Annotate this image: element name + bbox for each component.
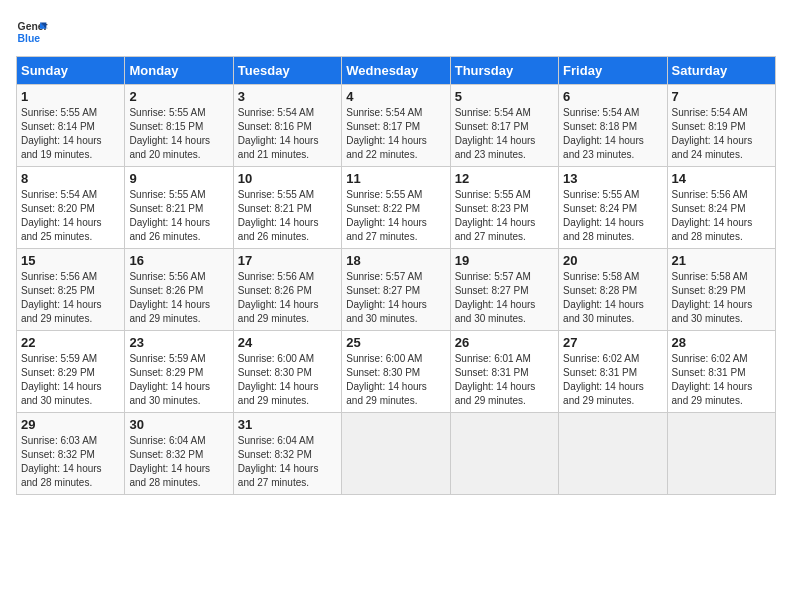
- logo: General Blue: [16, 16, 48, 48]
- calendar-cell: [559, 413, 667, 495]
- calendar-header-row: SundayMondayTuesdayWednesdayThursdayFrid…: [17, 57, 776, 85]
- svg-text:Blue: Blue: [18, 33, 41, 44]
- calendar-week-4: 22 Sunrise: 5:59 AMSunset: 8:29 PMDaylig…: [17, 331, 776, 413]
- page-header: General Blue: [16, 16, 776, 48]
- day-info: Sunrise: 6:02 AMSunset: 8:31 PMDaylight:…: [563, 353, 644, 406]
- day-info: Sunrise: 5:59 AMSunset: 8:29 PMDaylight:…: [21, 353, 102, 406]
- calendar-cell: 18 Sunrise: 5:57 AMSunset: 8:27 PMDaylig…: [342, 249, 450, 331]
- day-number: 11: [346, 171, 445, 186]
- calendar-cell: 4 Sunrise: 5:54 AMSunset: 8:17 PMDayligh…: [342, 85, 450, 167]
- day-info: Sunrise: 6:04 AMSunset: 8:32 PMDaylight:…: [238, 435, 319, 488]
- day-number: 30: [129, 417, 228, 432]
- col-header-sunday: Sunday: [17, 57, 125, 85]
- day-number: 26: [455, 335, 554, 350]
- day-info: Sunrise: 5:59 AMSunset: 8:29 PMDaylight:…: [129, 353, 210, 406]
- day-number: 20: [563, 253, 662, 268]
- day-info: Sunrise: 5:55 AMSunset: 8:14 PMDaylight:…: [21, 107, 102, 160]
- day-number: 16: [129, 253, 228, 268]
- calendar-cell: 11 Sunrise: 5:55 AMSunset: 8:22 PMDaylig…: [342, 167, 450, 249]
- day-info: Sunrise: 5:55 AMSunset: 8:21 PMDaylight:…: [129, 189, 210, 242]
- day-info: Sunrise: 5:54 AMSunset: 8:16 PMDaylight:…: [238, 107, 319, 160]
- day-number: 19: [455, 253, 554, 268]
- day-info: Sunrise: 5:56 AMSunset: 8:26 PMDaylight:…: [129, 271, 210, 324]
- day-number: 22: [21, 335, 120, 350]
- day-info: Sunrise: 6:02 AMSunset: 8:31 PMDaylight:…: [672, 353, 753, 406]
- day-number: 5: [455, 89, 554, 104]
- col-header-saturday: Saturday: [667, 57, 775, 85]
- calendar-cell: [342, 413, 450, 495]
- calendar-cell: 31 Sunrise: 6:04 AMSunset: 8:32 PMDaylig…: [233, 413, 341, 495]
- day-info: Sunrise: 5:54 AMSunset: 8:17 PMDaylight:…: [346, 107, 427, 160]
- col-header-friday: Friday: [559, 57, 667, 85]
- day-number: 29: [21, 417, 120, 432]
- day-number: 12: [455, 171, 554, 186]
- calendar-cell: 7 Sunrise: 5:54 AMSunset: 8:19 PMDayligh…: [667, 85, 775, 167]
- calendar-cell: 30 Sunrise: 6:04 AMSunset: 8:32 PMDaylig…: [125, 413, 233, 495]
- day-number: 31: [238, 417, 337, 432]
- day-info: Sunrise: 6:00 AMSunset: 8:30 PMDaylight:…: [238, 353, 319, 406]
- calendar-cell: [450, 413, 558, 495]
- day-number: 21: [672, 253, 771, 268]
- day-info: Sunrise: 5:55 AMSunset: 8:21 PMDaylight:…: [238, 189, 319, 242]
- day-info: Sunrise: 5:55 AMSunset: 8:23 PMDaylight:…: [455, 189, 536, 242]
- day-number: 17: [238, 253, 337, 268]
- calendar-cell: 29 Sunrise: 6:03 AMSunset: 8:32 PMDaylig…: [17, 413, 125, 495]
- calendar-cell: 5 Sunrise: 5:54 AMSunset: 8:17 PMDayligh…: [450, 85, 558, 167]
- calendar-week-2: 8 Sunrise: 5:54 AMSunset: 8:20 PMDayligh…: [17, 167, 776, 249]
- day-info: Sunrise: 5:58 AMSunset: 8:28 PMDaylight:…: [563, 271, 644, 324]
- calendar-cell: 17 Sunrise: 5:56 AMSunset: 8:26 PMDaylig…: [233, 249, 341, 331]
- day-number: 25: [346, 335, 445, 350]
- calendar-cell: 27 Sunrise: 6:02 AMSunset: 8:31 PMDaylig…: [559, 331, 667, 413]
- calendar-cell: 19 Sunrise: 5:57 AMSunset: 8:27 PMDaylig…: [450, 249, 558, 331]
- calendar-week-5: 29 Sunrise: 6:03 AMSunset: 8:32 PMDaylig…: [17, 413, 776, 495]
- calendar-cell: 8 Sunrise: 5:54 AMSunset: 8:20 PMDayligh…: [17, 167, 125, 249]
- calendar-week-1: 1 Sunrise: 5:55 AMSunset: 8:14 PMDayligh…: [17, 85, 776, 167]
- calendar-cell: 13 Sunrise: 5:55 AMSunset: 8:24 PMDaylig…: [559, 167, 667, 249]
- day-info: Sunrise: 5:54 AMSunset: 8:17 PMDaylight:…: [455, 107, 536, 160]
- calendar-cell: 25 Sunrise: 6:00 AMSunset: 8:30 PMDaylig…: [342, 331, 450, 413]
- day-info: Sunrise: 5:54 AMSunset: 8:18 PMDaylight:…: [563, 107, 644, 160]
- calendar-cell: [667, 413, 775, 495]
- day-info: Sunrise: 6:01 AMSunset: 8:31 PMDaylight:…: [455, 353, 536, 406]
- day-number: 2: [129, 89, 228, 104]
- day-info: Sunrise: 5:57 AMSunset: 8:27 PMDaylight:…: [455, 271, 536, 324]
- logo-icon: General Blue: [16, 16, 48, 48]
- calendar-cell: 14 Sunrise: 5:56 AMSunset: 8:24 PMDaylig…: [667, 167, 775, 249]
- day-number: 4: [346, 89, 445, 104]
- day-number: 1: [21, 89, 120, 104]
- day-number: 15: [21, 253, 120, 268]
- calendar-cell: 21 Sunrise: 5:58 AMSunset: 8:29 PMDaylig…: [667, 249, 775, 331]
- calendar-week-3: 15 Sunrise: 5:56 AMSunset: 8:25 PMDaylig…: [17, 249, 776, 331]
- day-number: 18: [346, 253, 445, 268]
- day-info: Sunrise: 5:56 AMSunset: 8:25 PMDaylight:…: [21, 271, 102, 324]
- col-header-wednesday: Wednesday: [342, 57, 450, 85]
- calendar-cell: 1 Sunrise: 5:55 AMSunset: 8:14 PMDayligh…: [17, 85, 125, 167]
- calendar-cell: 9 Sunrise: 5:55 AMSunset: 8:21 PMDayligh…: [125, 167, 233, 249]
- calendar-cell: 22 Sunrise: 5:59 AMSunset: 8:29 PMDaylig…: [17, 331, 125, 413]
- day-number: 6: [563, 89, 662, 104]
- day-info: Sunrise: 5:56 AMSunset: 8:26 PMDaylight:…: [238, 271, 319, 324]
- day-info: Sunrise: 5:56 AMSunset: 8:24 PMDaylight:…: [672, 189, 753, 242]
- day-number: 7: [672, 89, 771, 104]
- calendar-cell: 20 Sunrise: 5:58 AMSunset: 8:28 PMDaylig…: [559, 249, 667, 331]
- day-info: Sunrise: 5:54 AMSunset: 8:19 PMDaylight:…: [672, 107, 753, 160]
- col-header-tuesday: Tuesday: [233, 57, 341, 85]
- day-info: Sunrise: 5:55 AMSunset: 8:24 PMDaylight:…: [563, 189, 644, 242]
- day-number: 9: [129, 171, 228, 186]
- col-header-monday: Monday: [125, 57, 233, 85]
- calendar-cell: 26 Sunrise: 6:01 AMSunset: 8:31 PMDaylig…: [450, 331, 558, 413]
- day-number: 28: [672, 335, 771, 350]
- day-number: 14: [672, 171, 771, 186]
- calendar-table: SundayMondayTuesdayWednesdayThursdayFrid…: [16, 56, 776, 495]
- day-number: 24: [238, 335, 337, 350]
- day-number: 10: [238, 171, 337, 186]
- day-number: 27: [563, 335, 662, 350]
- calendar-cell: 15 Sunrise: 5:56 AMSunset: 8:25 PMDaylig…: [17, 249, 125, 331]
- day-info: Sunrise: 6:04 AMSunset: 8:32 PMDaylight:…: [129, 435, 210, 488]
- day-info: Sunrise: 5:57 AMSunset: 8:27 PMDaylight:…: [346, 271, 427, 324]
- col-header-thursday: Thursday: [450, 57, 558, 85]
- calendar-cell: 6 Sunrise: 5:54 AMSunset: 8:18 PMDayligh…: [559, 85, 667, 167]
- day-number: 8: [21, 171, 120, 186]
- day-info: Sunrise: 5:54 AMSunset: 8:20 PMDaylight:…: [21, 189, 102, 242]
- calendar-cell: 28 Sunrise: 6:02 AMSunset: 8:31 PMDaylig…: [667, 331, 775, 413]
